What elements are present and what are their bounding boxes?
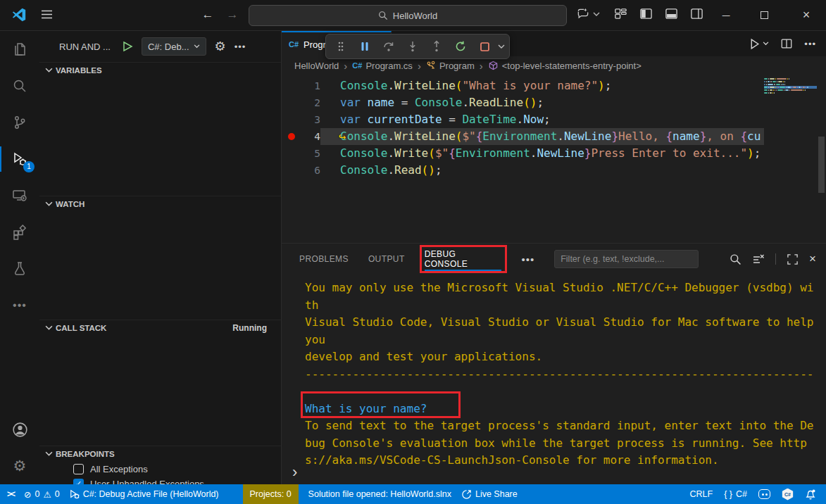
source-control-icon (11, 114, 28, 131)
watch-section: WATCH (39, 196, 281, 320)
code-text[interactable]: var currentDate = DateTime.Now; (320, 111, 764, 128)
console-line: ----------------------------------------… (305, 366, 816, 384)
panel-more-tabs-button[interactable]: ••• (521, 253, 534, 265)
customize-layout-icon[interactable] (614, 7, 627, 20)
search-icon[interactable] (730, 253, 741, 265)
editor-more-actions[interactable]: ••• (804, 39, 816, 49)
scrollbar-thumb[interactable] (818, 137, 825, 193)
vscode-window: ← → HelloWorld ─ × (0, 0, 826, 504)
breadcrumb-item-entry-point[interactable]: <top-level-statements-entry-point> (488, 61, 642, 71)
window-close-button[interactable]: × (790, 0, 822, 30)
breakpoint-row-user-unhandled[interactable]: ✓ User-Unhandled Exceptions (39, 477, 281, 484)
code-text[interactable]: Console.WriteLine($"{Environment.NewLine… (320, 128, 764, 145)
maximize-panel-icon[interactable] (787, 253, 799, 265)
clear-console-icon[interactable] (752, 253, 765, 265)
tab-debug-console[interactable]: DEBUG CONSOLE (425, 244, 502, 275)
projects-status-badge[interactable]: Projects: 0 (243, 484, 299, 504)
debug-config-dropdown[interactable]: C#: Deb... (142, 37, 206, 56)
code-text[interactable]: Console.WriteLine("What is your name?"); (320, 77, 764, 94)
csharp-extension-icon[interactable]: C# (782, 489, 794, 500)
breadcrumb-item-program[interactable]: Program (426, 61, 475, 71)
sidebar-item-remote-explorer[interactable] (0, 177, 39, 214)
watch-section-header[interactable]: WATCH (39, 196, 281, 212)
notifications-bell[interactable] (805, 489, 816, 500)
editor-scrollbar[interactable] (817, 77, 826, 243)
call-stack-section-header[interactable]: CALL STACK Running (39, 320, 281, 336)
line-number: 3 (301, 114, 320, 125)
sidebar-item-explorer[interactable] (0, 31, 39, 68)
menu-hamburger-icon[interactable] (41, 9, 53, 20)
code-line-2[interactable]: 2var name = Console.ReadLine(); (282, 94, 826, 111)
checkbox-checked[interactable]: ✓ (73, 479, 84, 484)
command-center-search[interactable]: HelloWorld (249, 5, 567, 26)
sidebar-item-source-control[interactable] (0, 104, 39, 141)
pause-button[interactable] (354, 36, 375, 57)
split-editor-icon[interactable] (780, 37, 793, 50)
console-filter-input[interactable] (554, 250, 699, 268)
eol-indicator[interactable]: CRLF (690, 489, 713, 499)
toolbar-drag-handle[interactable] (330, 36, 351, 57)
toggle-secondary-sidebar-icon[interactable] (690, 7, 703, 20)
variables-section-header[interactable]: VARIABLES (39, 63, 281, 78)
restart-button[interactable] (450, 36, 471, 57)
breadcrumb-item-program-cs[interactable]: C# Program.cs (352, 61, 413, 71)
code-line-3[interactable]: 3var currentDate = DateTime.Now; (282, 111, 826, 128)
window-maximize-button[interactable] (748, 0, 780, 30)
toggle-primary-sidebar-icon[interactable] (639, 7, 653, 20)
step-over-button[interactable] (378, 36, 399, 57)
problems-status[interactable]: ⊘ 0 ⚠ 0 (24, 489, 60, 500)
window-minimize-button[interactable]: ─ (710, 0, 742, 30)
symbol-cube-icon (488, 61, 499, 71)
breadcrumb-item-helloworld[interactable]: HelloWorld (294, 61, 339, 71)
code-text[interactable]: Console.Write($"{Environment.NewLine}Pre… (320, 145, 764, 162)
remote-indicator[interactable]: >< (7, 489, 14, 499)
sidebar-item-extensions[interactable] (0, 214, 39, 251)
sidebar-item-run-and-debug[interactable]: 1 (0, 141, 39, 177)
toggle-panel-icon[interactable] (665, 7, 678, 20)
step-out-button[interactable] (426, 36, 447, 57)
csdevkit-icon[interactable] (758, 489, 770, 499)
code-line-1[interactable]: 1Console.WriteLine("What is your name?")… (282, 77, 826, 94)
language-mode[interactable]: { } C# (724, 489, 747, 499)
accounts-button[interactable] (0, 411, 39, 448)
code-line-4[interactable]: 4Console.WriteLine($"{Environment.NewLin… (282, 128, 826, 145)
breakpoint-row-all-exceptions[interactable]: All Exceptions (39, 462, 281, 477)
console-line: th (305, 297, 816, 315)
sidebar-more-actions[interactable]: ••• (234, 42, 246, 52)
step-into-button[interactable] (402, 36, 423, 57)
debug-console-output[interactable]: You may only use the Microsoft Visual St… (305, 279, 816, 470)
checkbox-unchecked[interactable] (73, 464, 84, 474)
breakpoint-dot[interactable] (282, 133, 301, 140)
code-lines[interactable]: 1Console.WriteLine("What is your name?")… (282, 77, 826, 179)
sidebar-item-testing[interactable] (0, 251, 39, 287)
activity-bar-more-button[interactable]: ••• (0, 287, 39, 324)
variables-section: VARIABLES (39, 62, 281, 196)
code-text[interactable]: Console.Read(); (320, 162, 764, 179)
code-text[interactable]: var name = Console.ReadLine(); (320, 94, 764, 111)
tab-output[interactable]: OUTPUT (368, 244, 405, 275)
panel-tab-bar: PROBLEMS OUTPUT DEBUG CONSOLE ••• × (282, 244, 826, 275)
start-debug-button[interactable] (122, 41, 133, 52)
stop-button[interactable] (474, 36, 495, 57)
debug-status[interactable]: C#: Debug Active File (HelloWorld) (70, 489, 219, 499)
chevron-down-icon (45, 325, 53, 331)
tab-problems[interactable]: PROBLEMS (299, 244, 349, 275)
live-share-button[interactable]: Live Share (461, 489, 518, 500)
minimap[interactable] (764, 77, 817, 239)
close-panel-icon[interactable]: × (809, 252, 816, 266)
nav-back-button[interactable]: ← (199, 8, 216, 22)
settings-button[interactable]: ⚙ (0, 448, 39, 484)
code-line-6[interactable]: 6Console.Read(); (282, 162, 826, 179)
code-line-5[interactable]: 5Console.Write($"{Environment.NewLine}Pr… (282, 145, 826, 162)
solution-status[interactable]: Solution file opened: HelloWorld.slnx (308, 489, 451, 499)
stop-icon (479, 41, 491, 53)
copilot-button[interactable] (576, 7, 600, 21)
debug-settings-gear-icon[interactable]: ⚙ (215, 39, 226, 54)
sidebar-item-search[interactable] (0, 68, 39, 104)
console-input-prompt[interactable]: › (292, 463, 297, 481)
breakpoints-section-header[interactable]: BREAKPOINTS (39, 446, 281, 462)
run-button[interactable] (749, 38, 769, 50)
line-number: 1 (301, 80, 320, 92)
stop-dropdown-button[interactable] (498, 44, 505, 49)
nav-forward-button[interactable]: → (224, 8, 241, 22)
